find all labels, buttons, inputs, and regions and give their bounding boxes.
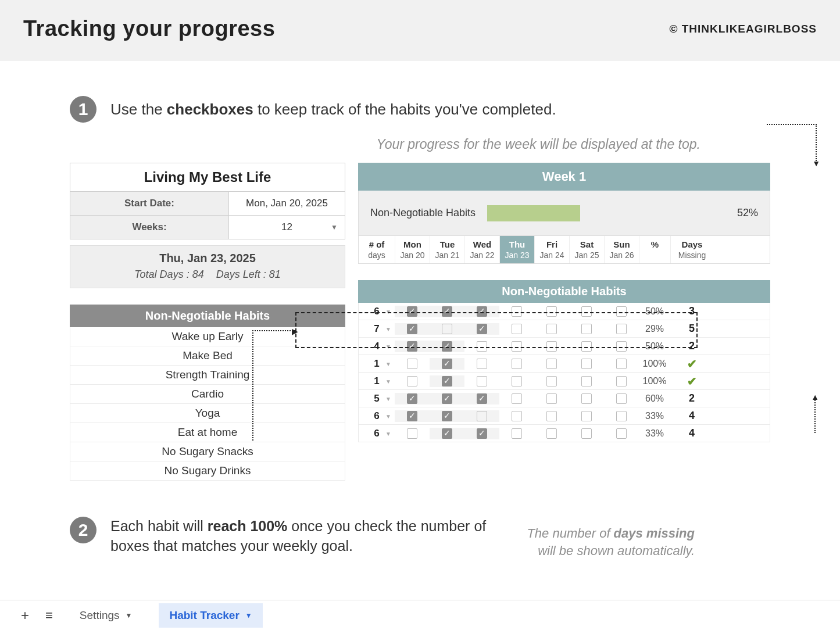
habit-checkbox-cell[interactable] <box>604 410 639 422</box>
habit-checkbox-cell[interactable] <box>499 375 534 387</box>
habit-checkbox-cell[interactable] <box>499 323 534 335</box>
habit-checkbox-cell[interactable] <box>569 306 604 317</box>
step-1-badge: 1 <box>70 96 96 123</box>
habit-checkbox-cell[interactable] <box>604 306 639 317</box>
habit-checkbox-cell[interactable] <box>464 341 499 352</box>
habit-checkbox-cell[interactable] <box>395 393 430 405</box>
habit-checkbox-cell[interactable] <box>569 358 604 370</box>
start-date-value[interactable]: Mon, Jan 20, 2025 <box>228 192 345 215</box>
goal-select[interactable]: 7▼ <box>359 323 395 335</box>
weeks-select[interactable]: 12 ▼ <box>228 216 345 239</box>
habit-pct: 33% <box>639 411 670 421</box>
progress-bar <box>487 205 580 221</box>
checkbox-icon <box>442 393 452 404</box>
habit-checkbox-cell[interactable] <box>604 341 639 352</box>
habit-checkbox-cell[interactable] <box>499 410 534 422</box>
habit-checkbox-cell[interactable] <box>430 393 464 405</box>
habit-checkbox-cell[interactable] <box>464 428 499 439</box>
habit-checkbox-cell[interactable] <box>395 410 430 422</box>
habit-checkbox-cell[interactable] <box>499 306 534 317</box>
habit-checkbox-cell[interactable] <box>604 393 639 405</box>
habit-checkbox-cell[interactable] <box>464 323 499 335</box>
habit-checkbox-cell[interactable] <box>430 428 464 439</box>
habit-row: 1▼100%✔ <box>358 373 770 390</box>
checkbox-icon <box>442 324 452 334</box>
checkbox-icon <box>407 411 417 421</box>
habit-checkbox-cell[interactable] <box>395 341 430 352</box>
habit-checkbox-cell[interactable] <box>534 410 569 422</box>
checkbox-icon <box>616 376 627 386</box>
habit-checkbox-cell[interactable] <box>464 410 499 422</box>
checkbox-icon <box>581 393 592 404</box>
tracker-title: Living My Best Life <box>70 163 345 192</box>
goal-select[interactable]: 4▼ <box>359 341 395 352</box>
checkbox-icon <box>407 393 417 404</box>
habit-checkbox-cell[interactable] <box>430 358 464 370</box>
goal-select[interactable]: 6▼ <box>359 410 395 422</box>
habit-row: 6▼33%4 <box>358 407 770 425</box>
tab-settings[interactable]: Settings▼ <box>69 603 143 628</box>
habit-checkbox-cell[interactable] <box>534 393 569 405</box>
progress-label: Non-Negotiable Habits <box>370 207 476 219</box>
tab-habit-tracker[interactable]: Habit Tracker▼ <box>159 603 262 628</box>
checkbox-icon <box>477 306 487 317</box>
habit-checkbox-cell[interactable] <box>534 375 569 387</box>
col-days-missing: DaysMissing <box>670 236 713 263</box>
goal-select[interactable]: 6▼ <box>359 306 395 317</box>
habit-checkbox-cell[interactable] <box>395 428 430 439</box>
habit-name: Yoga <box>70 404 345 423</box>
chevron-down-icon: ▼ <box>385 325 391 332</box>
habit-checkbox-cell[interactable] <box>534 358 569 370</box>
habit-checkbox-cell[interactable] <box>569 375 604 387</box>
checkbox-icon <box>477 376 487 386</box>
habit-checkbox-cell[interactable] <box>395 306 430 317</box>
habit-checkbox-cell[interactable] <box>499 358 534 370</box>
checkbox-icon <box>546 359 557 369</box>
habit-checkbox-cell[interactable] <box>499 428 534 439</box>
goal-select[interactable]: 1▼ <box>359 358 395 370</box>
col-day: SunJan 26 <box>604 236 639 263</box>
habit-checkbox-cell[interactable] <box>534 341 569 352</box>
habit-checkbox-cell[interactable] <box>430 410 464 422</box>
checkbox-icon <box>546 411 557 421</box>
habit-checkbox-cell[interactable] <box>569 428 604 439</box>
habit-name: Cardio <box>70 385 345 404</box>
all-sheets-button[interactable]: ≡ <box>45 608 53 623</box>
habit-checkbox-cell[interactable] <box>604 428 639 439</box>
goal-select[interactable]: 1▼ <box>359 375 395 387</box>
habit-checkbox-cell[interactable] <box>534 306 569 317</box>
habit-checkbox-cell[interactable] <box>464 306 499 317</box>
checkbox-icon <box>512 306 522 317</box>
habit-checkbox-cell[interactable] <box>430 341 464 352</box>
col-day: ThuJan 23 <box>499 236 534 263</box>
habit-checkbox-cell[interactable] <box>534 323 569 335</box>
habit-pct: 100% <box>639 359 670 369</box>
habit-missing: 5 <box>670 323 713 335</box>
habit-checkbox-cell[interactable] <box>464 358 499 370</box>
habit-checkbox-cell[interactable] <box>464 375 499 387</box>
habit-checkbox-cell[interactable] <box>395 358 430 370</box>
habit-checkbox-cell[interactable] <box>569 341 604 352</box>
habit-checkbox-cell[interactable] <box>464 393 499 405</box>
habit-checkbox-cell[interactable] <box>499 341 534 352</box>
habit-checkbox-cell[interactable] <box>499 393 534 405</box>
habit-checkbox-cell[interactable] <box>430 323 464 335</box>
habit-checkbox-cell[interactable] <box>430 306 464 317</box>
habit-checkbox-cell[interactable] <box>569 410 604 422</box>
habit-checkbox-cell[interactable] <box>534 428 569 439</box>
add-sheet-button[interactable]: + <box>21 607 29 624</box>
habit-checkbox-cell[interactable] <box>430 375 464 387</box>
habit-checkbox-cell[interactable] <box>604 358 639 370</box>
day-header: # ofdaysMonJan 20TueJan 21WedJan 22ThuJa… <box>358 236 770 264</box>
habit-checkbox-cell[interactable] <box>569 323 604 335</box>
habit-checkbox-cell[interactable] <box>395 375 430 387</box>
check-icon: ✔ <box>687 357 697 370</box>
goal-select[interactable]: 6▼ <box>359 428 395 439</box>
habit-checkbox-cell[interactable] <box>604 375 639 387</box>
habit-checkbox-cell[interactable] <box>395 323 430 335</box>
checkbox-icon <box>616 428 627 439</box>
habit-checkbox-cell[interactable] <box>569 393 604 405</box>
habit-checkbox-cell[interactable] <box>604 323 639 335</box>
col-num-days: # ofdays <box>359 236 395 263</box>
goal-select[interactable]: 5▼ <box>359 393 395 405</box>
